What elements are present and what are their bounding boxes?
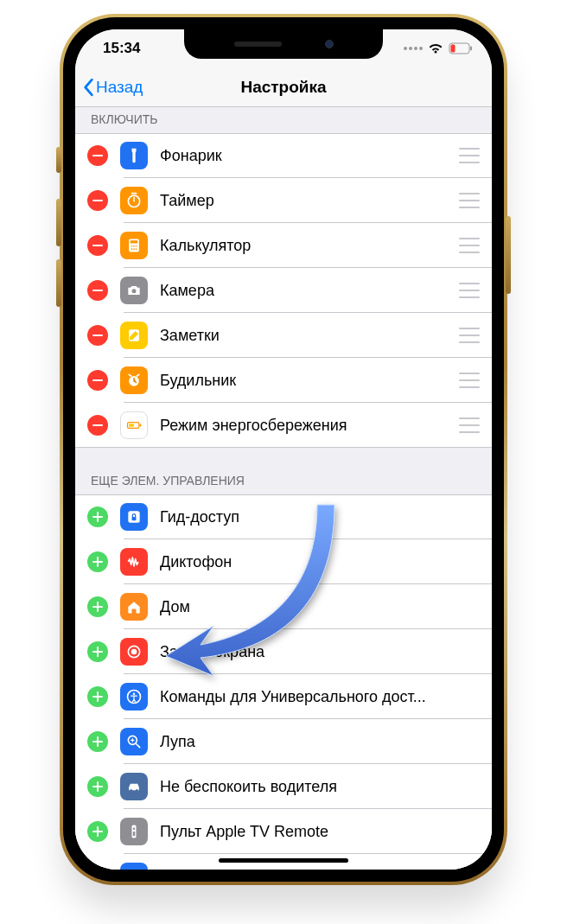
add-button[interactable] (87, 866, 108, 870)
alarm-icon (120, 366, 148, 394)
svg-rect-29 (133, 832, 136, 836)
list-item: Лупа (75, 719, 492, 764)
row-label: Фонарик (160, 147, 459, 165)
drag-handle-icon[interactable] (459, 148, 480, 163)
row-label: Лупа (160, 733, 480, 751)
svg-point-11 (136, 248, 137, 250)
remote-icon (120, 818, 148, 845)
drag-handle-icon[interactable] (459, 193, 480, 208)
remove-button[interactable] (87, 325, 108, 346)
battery-low-icon (449, 42, 473, 54)
battery-icon (120, 411, 148, 439)
list-item: Запись экрана (75, 629, 492, 674)
voice-icon (120, 548, 148, 576)
remove-button[interactable] (87, 370, 108, 391)
remove-button[interactable] (87, 235, 108, 256)
power-button (506, 216, 511, 294)
svg-point-9 (131, 248, 133, 250)
add-button[interactable] (87, 596, 108, 617)
svg-rect-5 (131, 240, 137, 243)
row-label: Не беспокоить водителя (160, 778, 480, 796)
row-label: Камера (160, 282, 459, 300)
screen: 15:34 Назад Настройка ВКЛЮЧИТЬ ФонарикТа… (75, 29, 492, 870)
drag-handle-icon[interactable] (459, 238, 480, 253)
list-item: Заметки (75, 313, 492, 358)
add-button[interactable] (87, 551, 108, 572)
textsize-icon: AA (120, 863, 148, 870)
list-item: Будильник (75, 358, 492, 403)
timer-icon (120, 187, 148, 214)
svg-point-12 (132, 289, 137, 293)
list-item: Таймер (75, 178, 492, 223)
back-label: Назад (96, 78, 143, 97)
svg-rect-17 (129, 424, 134, 426)
row-label: Будильник (160, 372, 459, 390)
flashlight-icon (120, 142, 148, 169)
row-label: Таймер (160, 192, 459, 210)
svg-point-6 (131, 245, 133, 247)
row-label: Диктофон (160, 553, 480, 571)
add-button[interactable] (87, 686, 108, 707)
list-item: Пульт Apple TV Remote (75, 809, 492, 854)
car-icon (120, 773, 148, 800)
list-item: Команды для Универсального дост... (75, 674, 492, 719)
mute-switch (56, 147, 61, 173)
row-label: Гид-доступ (160, 508, 480, 526)
back-button[interactable]: Назад (75, 78, 143, 97)
calc-icon (120, 232, 148, 259)
list-item: Дом (75, 584, 492, 629)
drag-handle-icon[interactable] (459, 417, 480, 433)
svg-point-25 (130, 789, 132, 792)
svg-point-21 (131, 649, 137, 655)
record-icon (120, 638, 148, 666)
list-item: Диктофон (75, 539, 492, 584)
drag-handle-icon[interactable] (459, 328, 480, 343)
list-item: Не беспокоить водителя (75, 764, 492, 809)
content-scroll[interactable]: ВКЛЮЧИТЬ ФонарикТаймерКалькуляторКамераЗ… (75, 107, 492, 870)
phone-frame: 15:34 Назад Настройка ВКЛЮЧИТЬ ФонарикТа… (63, 17, 504, 882)
row-label: Запись экрана (160, 643, 480, 661)
svg-point-23 (133, 692, 136, 695)
volume-down-button (56, 259, 61, 307)
list-item: Калькулятор (75, 223, 492, 268)
svg-rect-19 (132, 517, 137, 520)
row-label: Калькулятор (160, 237, 459, 255)
drag-handle-icon[interactable] (459, 283, 480, 298)
home-indicator[interactable] (219, 858, 348, 863)
notes-icon (120, 322, 148, 349)
wifi-icon (428, 42, 443, 54)
list-item: Гид-доступ (75, 494, 492, 539)
remove-button[interactable] (87, 145, 108, 166)
row-label: Размер текста (160, 868, 480, 870)
svg-point-8 (136, 245, 137, 247)
row-label: Команды для Универсального дост... (160, 688, 480, 706)
include-group: ФонарикТаймерКалькуляторКамераЗаметкиБуд… (75, 133, 492, 448)
svg-point-26 (136, 789, 138, 792)
add-button[interactable] (87, 776, 108, 797)
add-button[interactable] (87, 641, 108, 662)
add-button[interactable] (87, 821, 108, 842)
cellular-dots-icon (404, 47, 423, 50)
remove-button[interactable] (87, 190, 108, 211)
svg-rect-1 (470, 47, 472, 51)
list-item: Режим энергосбережения (75, 403, 492, 448)
add-button[interactable] (87, 731, 108, 752)
access-icon (120, 683, 148, 711)
home-icon (120, 593, 148, 621)
chevron-left-icon (82, 78, 94, 97)
row-label: Дом (160, 598, 480, 616)
svg-rect-2 (451, 45, 456, 53)
status-time: 15:34 (103, 40, 140, 57)
svg-point-7 (133, 245, 135, 247)
notch (184, 29, 383, 59)
remove-button[interactable] (87, 280, 108, 301)
camera-icon (120, 277, 148, 304)
drag-handle-icon[interactable] (459, 373, 480, 388)
svg-rect-16 (140, 424, 142, 426)
add-button[interactable] (87, 507, 108, 527)
remove-button[interactable] (87, 415, 108, 436)
svg-point-28 (133, 827, 136, 830)
magnify-icon (120, 728, 148, 755)
nav-bar: Назад Настройка (75, 67, 492, 107)
lock-icon (120, 503, 148, 531)
